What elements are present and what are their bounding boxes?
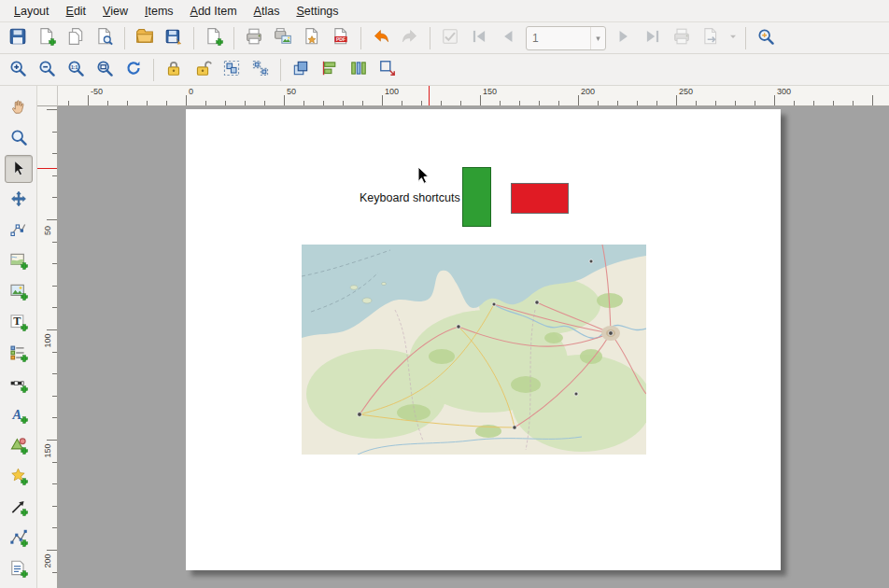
ruler-tick (52, 527, 57, 528)
lock-selected-items-button[interactable] (160, 56, 188, 84)
resize-selected-items-button[interactable] (374, 56, 402, 84)
toolbar-separator (430, 27, 430, 49)
add-pages-button[interactable] (200, 24, 228, 52)
export-atlas-button[interactable] (697, 24, 725, 52)
navigation-actions-toolbar: 1:1 (0, 54, 889, 86)
atlas-previous-feature-button[interactable] (494, 24, 522, 52)
add-html-icon (9, 559, 28, 581)
atlas-settings-button[interactable] (752, 24, 780, 52)
add-label-button[interactable]: T (5, 309, 33, 337)
select-icon (9, 159, 28, 180)
duplicate-layout-button[interactable] (62, 24, 90, 52)
layout-manager-button[interactable] (91, 24, 119, 52)
distribute-icon (349, 59, 368, 80)
resize-icon (378, 59, 397, 80)
distribute-selected-items-button[interactable] (345, 56, 373, 84)
toolbar-separator (233, 27, 234, 49)
zoom-full-extent-button[interactable] (91, 56, 119, 84)
ruler-tick (303, 101, 304, 105)
group-items-button[interactable] (218, 56, 246, 84)
raise-selected-items-button[interactable] (287, 56, 315, 84)
redo-button[interactable] (396, 24, 424, 52)
raise-icon (291, 59, 310, 80)
ruler-label-h: 50 (287, 87, 296, 96)
add-items-from-template-button[interactable] (131, 24, 159, 52)
menu-item-layout[interactable]: Layout (6, 1, 58, 21)
vertical-ruler: 50100150200 (37, 106, 58, 588)
preview-atlas-button[interactable] (436, 24, 464, 52)
new-layout-button[interactable] (33, 24, 61, 52)
zoom-layout-tool-button[interactable] (5, 124, 33, 152)
refresh-view-button[interactable] (120, 56, 148, 84)
ruler-label-h: -50 (91, 87, 103, 96)
menu-item-atlas[interactable]: Atlas (246, 1, 289, 21)
export-as-pdf-button[interactable]: PDF (327, 24, 355, 52)
add-north-arrow-button[interactable]: A (5, 401, 33, 429)
add-arrow-button[interactable] (5, 494, 33, 522)
menu-item-edit[interactable]: Edit (58, 1, 95, 21)
add-picture-button[interactable] (5, 278, 33, 306)
ruler-tick (47, 109, 57, 110)
atlas-page-input[interactable] (527, 32, 590, 45)
ruler-cursor-marker-v (37, 168, 57, 169)
ruler-tick (52, 373, 57, 374)
add-legend-button[interactable] (5, 340, 33, 368)
pan-layout-tool-button[interactable] (5, 93, 33, 121)
align-selected-items-button[interactable] (316, 56, 344, 84)
menu-item-items[interactable]: Items (136, 1, 182, 21)
atlas-last-feature-button[interactable] (639, 24, 667, 52)
ruler-tick (519, 101, 520, 105)
save-as-template-button[interactable] (160, 24, 188, 52)
print-layout-button[interactable] (240, 24, 268, 52)
add-node-icon (9, 528, 28, 550)
ruler-tick (421, 101, 422, 105)
zoom-out-button[interactable] (33, 56, 61, 84)
atlas-next-feature-button[interactable] (610, 24, 638, 52)
select-move-item-tool-button[interactable] (5, 155, 33, 183)
red-rectangle-item[interactable] (511, 183, 569, 214)
toolbar-separator (745, 27, 746, 49)
export-pdf-icon: PDF (332, 27, 350, 49)
atlas-first-feature-button[interactable] (465, 24, 493, 52)
green-rectangle-item[interactable] (462, 167, 491, 227)
toolbar-separator (360, 27, 361, 49)
ruler-cursor-marker-h (429, 86, 430, 105)
main-area: -50050100150200250300 50100150200 Keyboa… (37, 86, 889, 588)
ruler-tick (52, 263, 57, 264)
export-atlas-menu-button[interactable] (726, 24, 740, 52)
zoom-actual-size-button[interactable]: 1:1 (62, 56, 90, 84)
add-node-item-button[interactable] (5, 525, 33, 553)
menu-item-add-item[interactable]: Add Item (182, 1, 246, 21)
move-content-icon (9, 189, 28, 211)
add-shape-button[interactable] (5, 432, 33, 460)
layout-page[interactable]: Keyboard shortcuts tests (186, 109, 781, 570)
save-project-button[interactable] (4, 24, 32, 52)
ruler-corner (37, 86, 58, 106)
add-scalebar-icon (9, 374, 28, 396)
undo-button[interactable] (367, 24, 395, 52)
ruler-tick (52, 307, 57, 308)
add-scalebar-button[interactable] (5, 371, 33, 399)
unlock-all-items-button[interactable] (189, 56, 217, 84)
add-map-button[interactable] (5, 247, 33, 275)
ruler-label-v: 200 (43, 549, 52, 573)
dropdown-icon (727, 31, 739, 45)
move-item-content-tool-button[interactable] (5, 186, 33, 214)
ruler-label-v: 150 (43, 439, 52, 463)
menu-item-view[interactable]: View (94, 1, 136, 21)
zoom-actual-icon: 1:1 (66, 59, 85, 80)
add-marker-button[interactable] (5, 463, 33, 491)
layout-canvas[interactable]: Keyboard shortcuts tests (58, 106, 889, 588)
zoom-in-button[interactable] (4, 56, 32, 84)
atlas-page-spinner-icon[interactable]: ▾ (590, 27, 605, 49)
ungroup-items-button[interactable] (247, 56, 275, 84)
export-as-image-button[interactable] (269, 24, 297, 52)
edit-nodes-item-tool-button[interactable] (5, 217, 33, 245)
export-as-svg-button[interactable] (298, 24, 326, 52)
map-item[interactable] (302, 245, 646, 455)
zoom-in-icon (8, 59, 27, 80)
menu-item-settings[interactable]: Settings (288, 1, 346, 21)
ruler-tick (52, 417, 57, 418)
print-atlas-button[interactable] (668, 24, 696, 52)
add-html-frame-button[interactable] (5, 555, 33, 583)
